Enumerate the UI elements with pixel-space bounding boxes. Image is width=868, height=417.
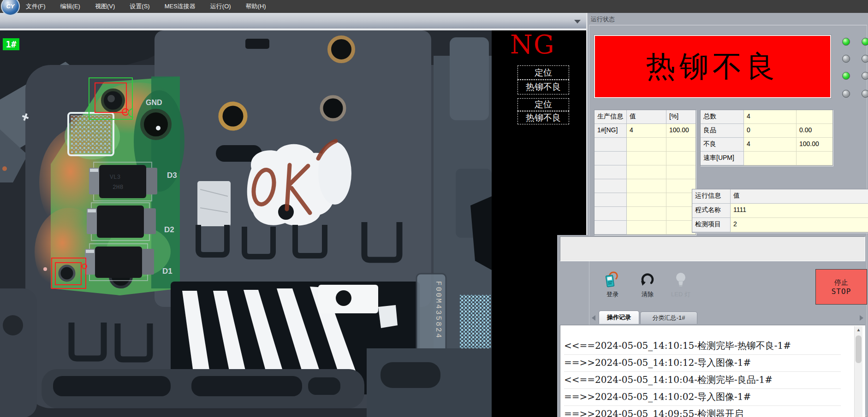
svg-text:GND: GND: [146, 99, 162, 106]
clear-button[interactable]: 清除: [635, 271, 660, 301]
prod-header-value: 值: [627, 110, 666, 124]
tab-operation-log[interactable]: 操作记录: [599, 311, 639, 324]
log-entry: ==>>2024-05-05_14:10:02-导入图像-1#: [564, 388, 841, 406]
diodes: VL3 2H8: [85, 162, 157, 281]
table-row: 不良 4 100.00: [701, 138, 832, 152]
table-row: 检测项目 2: [692, 218, 868, 232]
log-entry: ==>>2024-05-05_14:09:55-检测器开启: [564, 405, 841, 417]
stop-label-cn: 停止: [834, 278, 848, 287]
sum-good-value: 0: [744, 124, 797, 138]
table-row: 速率[UPM]: [701, 152, 832, 165]
status-led-4b: [862, 90, 868, 98]
camera-tab-bar: [0, 13, 586, 30]
sum-total-value: 4: [744, 110, 797, 124]
production-table: 生产信息 值 [%] 1#[NG] 4 100.00: [594, 110, 696, 235]
overlay-label-locate-1: 定位: [517, 65, 569, 80]
table-row: [595, 152, 696, 165]
table-row: [595, 221, 696, 235]
chevron-down-icon[interactable]: [574, 20, 581, 23]
log-scrollbar[interactable]: ▲: [854, 326, 862, 417]
sum-rate-pct: [797, 152, 832, 165]
scrollbar-thumb[interactable]: [856, 335, 862, 363]
menu-help[interactable]: 帮助(H): [238, 0, 273, 13]
status-led-3a: [842, 72, 850, 80]
led-light-button[interactable]: LED 灯: [668, 271, 694, 301]
table-row: 程式名称 1111: [692, 204, 868, 218]
table-row: [595, 193, 696, 207]
menu-items: 文件(F) 编辑(E) 视图(V) 设置(S) MES连接器 运行(O) 帮助(…: [18, 0, 273, 13]
station-badge: 1#: [3, 38, 19, 50]
sum-ng-pct: 100.00: [797, 138, 832, 152]
refresh-icon: [640, 271, 655, 288]
svg-text:2H8: 2H8: [113, 184, 123, 191]
operation-log-list[interactable]: <<==2024-05-05_14:10:15-检测完毕-热铆不良-1# ==>…: [560, 325, 865, 417]
prod-header-pct: [%]: [666, 110, 696, 124]
led-light-label: LED 灯: [671, 290, 690, 299]
table-row: 总数 4: [701, 110, 832, 124]
log-entry: ==>>2024-05-05_14:10:12-导入图像-1#: [564, 354, 841, 372]
menu-edit[interactable]: 编辑(E): [53, 0, 88, 13]
runinfo-header-value: 值: [731, 189, 868, 204]
program-name-value: 1111: [731, 204, 868, 218]
prod-row-pct: 100.00: [666, 124, 696, 138]
status-led-3b: [862, 72, 868, 80]
table-row: 运行信息 值: [692, 189, 868, 204]
log-entry: <<==2024-05-05_14:10:04-检测完毕-良品-1#: [564, 371, 841, 389]
tab-classification-summary[interactable]: 分类汇总-1#: [640, 311, 697, 324]
status-led-1b: [862, 38, 868, 46]
vision-inspection-app: { "menu": { "items": ["文件(F)", "编辑(E)", …: [0, 0, 868, 417]
status-led-4a: [842, 90, 850, 98]
sum-total-label: 总数: [701, 110, 744, 124]
menu-view[interactable]: 视图(V): [88, 0, 122, 13]
overlay-label-rivet-1: 热铆不良: [517, 80, 569, 94]
sum-ng-value: 4: [744, 138, 797, 152]
svg-text:D1: D1: [162, 267, 172, 276]
status-led-2b: [862, 55, 868, 63]
sum-rate-value: [744, 152, 797, 165]
tab-scroll-left-icon[interactable]: [592, 315, 595, 321]
sum-total-pct: [797, 110, 832, 124]
menu-mes-connector[interactable]: MES连接器: [157, 0, 203, 13]
log-entry: <<==2024-05-05_14:10:15-检测完毕-热铆不良-1#: [564, 337, 841, 355]
scroll-up-icon[interactable]: ▲: [855, 326, 862, 334]
overlay-label-rivet-2: 热铆不良: [517, 111, 569, 124]
tabbar-divider: [0, 29, 586, 30]
prod-row-label: 1#[NG]: [595, 124, 627, 138]
overlay-label-locate-2: 定位: [517, 98, 569, 111]
lightbulb-icon: [673, 271, 689, 288]
sum-good-label: 良品: [701, 124, 744, 138]
status-panel-title: 运行状态: [591, 15, 615, 23]
table-row: 1#[NG] 4 100.00: [595, 124, 696, 138]
menu-bar: CY 文件(F) 编辑(E) 视图(V) 设置(S) MES连接器 运行(O) …: [0, 0, 868, 13]
sum-rate-label: 速率[UPM]: [701, 152, 744, 165]
menu-run[interactable]: 运行(O): [203, 0, 238, 13]
prod-header-name: 生产信息: [595, 110, 627, 124]
login-button[interactable]: 登录: [600, 271, 625, 301]
sum-good-pct: 0.00: [797, 124, 832, 138]
sum-ng-label: 不良: [701, 138, 744, 152]
svg-text:D3: D3: [167, 171, 177, 180]
tab-scroll-right-icon[interactable]: [860, 315, 863, 321]
camera-photo: VL3 2H8 GND D3 D2 D1 DFM: [0, 30, 492, 417]
status-led-2a: [842, 55, 850, 63]
inspect-items-label: 检测项目: [692, 218, 731, 232]
panel-splitter[interactable]: [586, 13, 588, 235]
table-row: 良品 0 0.00: [701, 124, 832, 138]
table-row: [595, 179, 696, 193]
stop-label-en: STOP: [832, 287, 851, 296]
clear-label: 清除: [642, 290, 654, 299]
program-name-label: 程式名称: [692, 204, 731, 218]
message-box: [560, 236, 865, 261]
inspect-items-value: 2: [731, 218, 868, 232]
prod-row-value: 4: [627, 124, 666, 138]
svg-text:VL3: VL3: [110, 174, 120, 181]
menu-file[interactable]: 文件(F): [18, 0, 53, 13]
stop-button[interactable]: 停止 STOP: [815, 269, 867, 305]
badge-icon: [605, 271, 620, 288]
login-label: 登录: [606, 290, 618, 299]
status-led-1a: [842, 38, 850, 46]
table-row: [595, 138, 696, 152]
menu-settings[interactable]: 设置(S): [122, 0, 157, 13]
svg-text:D2: D2: [164, 225, 174, 234]
table-row: [595, 165, 696, 179]
